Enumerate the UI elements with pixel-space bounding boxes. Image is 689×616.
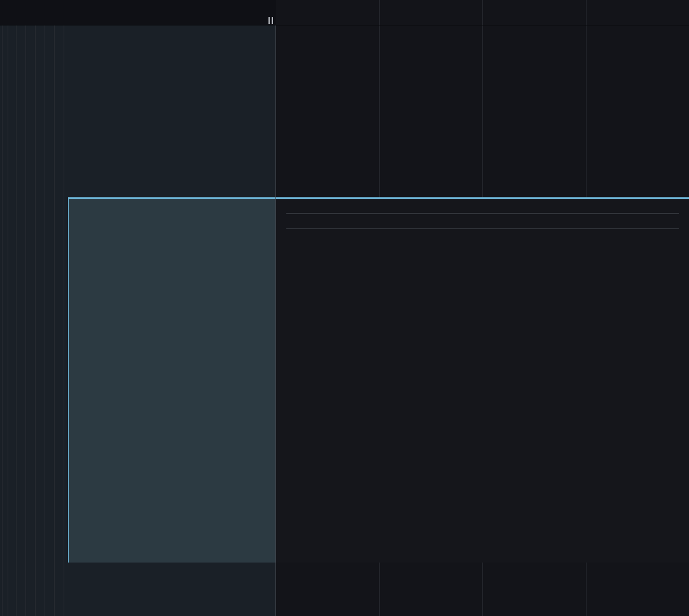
detail-divider [286,213,679,214]
timeline-axis [276,0,689,25]
panel-splitter[interactable] [275,0,276,616]
span-id-row [286,242,679,253]
detail-header [286,204,679,207]
service-operation-header [0,0,276,25]
selected-span-region[interactable] [68,197,275,563]
span-detail-panel [276,197,689,563]
splitter-grip[interactable] [268,17,273,24]
span-attributes-table [286,228,679,229]
header-bar [0,0,689,25]
trace-viewer [0,0,689,616]
detail-band [0,197,689,563]
